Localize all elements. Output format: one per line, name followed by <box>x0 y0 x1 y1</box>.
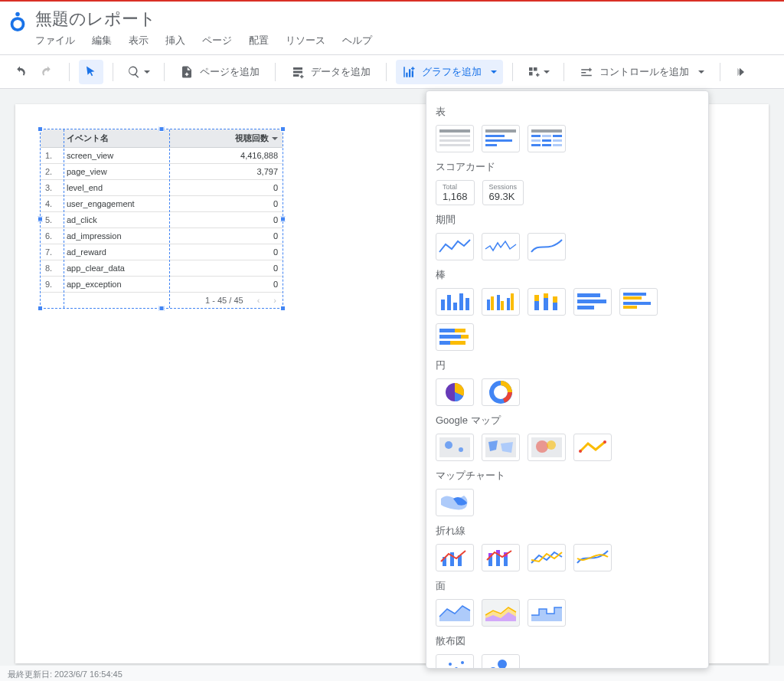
app-header: 無題のレポート ファイル 編集 表示 挿入 ページ 配置 リソース ヘルプ <box>0 2 784 55</box>
table-row[interactable]: 9.app_exception0 <box>41 277 283 293</box>
table-row[interactable]: 5.ad_click0 <box>41 212 283 228</box>
chart-combo[interactable] <box>436 544 474 571</box>
app-logo <box>6 11 29 34</box>
svg-rect-18 <box>542 144 551 146</box>
pager-next[interactable]: › <box>273 296 276 305</box>
svg-rect-28 <box>501 301 504 310</box>
svg-point-74 <box>461 661 464 664</box>
svg-rect-52 <box>439 437 470 457</box>
menu-edit[interactable]: 編集 <box>92 34 112 47</box>
chart-table-heatmap[interactable] <box>528 125 566 152</box>
svg-point-60 <box>579 450 582 453</box>
table-row[interactable]: 8.app_clear_data0 <box>41 260 283 277</box>
chart-line-smooth[interactable] <box>573 544 612 571</box>
chart-gmap-heatmap[interactable] <box>528 434 566 461</box>
chart-bar-column[interactable] <box>436 288 474 316</box>
svg-point-77 <box>498 660 507 668</box>
col-header-dimension[interactable]: イベント名 <box>62 129 194 148</box>
community-viz-button[interactable] <box>522 60 554 84</box>
svg-point-0 <box>12 18 24 30</box>
table-row[interactable]: 7.ad_reward0 <box>41 244 283 260</box>
chart-gmap-line[interactable] <box>573 434 612 461</box>
svg-point-76 <box>490 667 496 668</box>
chart-bar-horizontal-stk[interactable] <box>436 323 474 351</box>
chart-timeseries-smooth[interactable] <box>528 233 566 260</box>
more-tools-button[interactable] <box>730 60 754 84</box>
chart-bar-horizontal[interactable] <box>573 288 612 316</box>
chart-gmap-filled[interactable] <box>482 434 520 461</box>
section-timeseries: 期間 <box>436 213 699 227</box>
menu-arrange[interactable]: 配置 <box>249 34 269 47</box>
svg-rect-32 <box>534 295 539 301</box>
chart-bubble[interactable] <box>482 654 520 668</box>
svg-rect-23 <box>459 293 463 310</box>
svg-rect-46 <box>439 335 461 339</box>
svg-rect-41 <box>623 296 642 300</box>
add-page-button[interactable]: ページを追加 <box>174 60 266 84</box>
chart-scatter[interactable] <box>436 654 474 668</box>
add-control-button[interactable]: コントロールを追加 <box>573 60 710 84</box>
svg-rect-29 <box>507 298 510 310</box>
table-row[interactable]: 2.page_view3,797 <box>41 164 283 180</box>
svg-rect-39 <box>577 306 594 309</box>
menu-view[interactable]: 表示 <box>129 34 149 47</box>
svg-rect-11 <box>531 135 541 137</box>
chart-area-step[interactable] <box>528 599 566 627</box>
add-page-label: ページを追加 <box>200 65 260 79</box>
svg-rect-25 <box>487 300 490 310</box>
col-header-index[interactable] <box>41 129 62 148</box>
row-index: 6. <box>41 228 62 244</box>
pager-prev[interactable]: ‹ <box>257 296 260 305</box>
table-row[interactable]: 1.screen_view4,416,888 <box>41 148 283 164</box>
data-table: イベント名 視聴回数 1.screen_view4,416,8882.page_… <box>41 129 283 293</box>
chart-scorecard-compact[interactable]: Sessions 69.3K <box>482 180 524 205</box>
svg-rect-19 <box>553 144 562 146</box>
menu-resource[interactable]: リソース <box>286 34 325 47</box>
row-name: screen_view <box>62 148 194 164</box>
menu-file[interactable]: ファイル <box>35 34 75 47</box>
table-row[interactable]: 4.user_engagement0 <box>41 196 283 212</box>
add-chart-button[interactable]: グラフを追加 <box>396 60 503 84</box>
row-value: 3,797 <box>194 164 283 180</box>
svg-point-57 <box>536 440 548 453</box>
chart-donut[interactable] <box>482 378 520 406</box>
menu-insert[interactable]: 挿入 <box>165 34 185 47</box>
add-data-button[interactable]: データを追加 <box>285 60 377 84</box>
svg-rect-9 <box>485 144 497 146</box>
chart-scorecard[interactable]: Total 1,168 <box>436 180 475 205</box>
col-header-metric[interactable]: 視聴回数 <box>194 129 283 148</box>
svg-point-1 <box>15 12 20 17</box>
dropdown-scroll[interactable]: 表 スコアカード Total 1,168 Sessions 69.3K 期間 棒 <box>426 91 708 668</box>
svg-rect-22 <box>453 303 457 310</box>
row-name: app_clear_data <box>62 260 194 277</box>
row-name: ad_reward <box>62 244 194 260</box>
chart-area-stacked[interactable] <box>482 599 520 627</box>
chart-table-bars[interactable] <box>482 125 520 152</box>
redo-button[interactable] <box>35 60 60 84</box>
menu-help[interactable]: ヘルプ <box>342 34 372 47</box>
table-row[interactable]: 6.ad_impression0 <box>41 228 283 244</box>
chart-bar-column-stacked[interactable] <box>528 288 566 316</box>
zoom-button[interactable] <box>122 60 155 84</box>
chart-area[interactable] <box>436 599 474 627</box>
chart-geo[interactable] <box>436 489 474 516</box>
chart-pie[interactable] <box>436 378 474 406</box>
add-control-label: コントロールを追加 <box>599 65 689 79</box>
chart-combo-stack[interactable] <box>482 544 520 571</box>
chart-bar-column-grouped[interactable] <box>482 288 520 316</box>
doc-title[interactable]: 無題のレポート <box>35 8 372 31</box>
chart-timeseries[interactable] <box>436 233 474 260</box>
chart-timeseries-spark[interactable] <box>482 233 520 260</box>
table-widget[interactable]: イベント名 視聴回数 1.screen_view4,416,8882.page_… <box>40 129 283 309</box>
select-tool[interactable] <box>79 60 103 84</box>
svg-rect-35 <box>553 303 557 310</box>
table-row[interactable]: 3.level_end0 <box>41 180 283 196</box>
chart-bar-horizontal-grp[interactable] <box>619 288 658 316</box>
undo-button[interactable] <box>8 60 32 84</box>
row-value: 4,416,888 <box>194 148 283 164</box>
menu-page[interactable]: ページ <box>202 34 232 47</box>
chart-gmap-bubble[interactable] <box>436 434 474 461</box>
chart-table[interactable] <box>436 125 474 152</box>
chart-line[interactable] <box>528 544 566 571</box>
svg-rect-12 <box>542 135 551 137</box>
